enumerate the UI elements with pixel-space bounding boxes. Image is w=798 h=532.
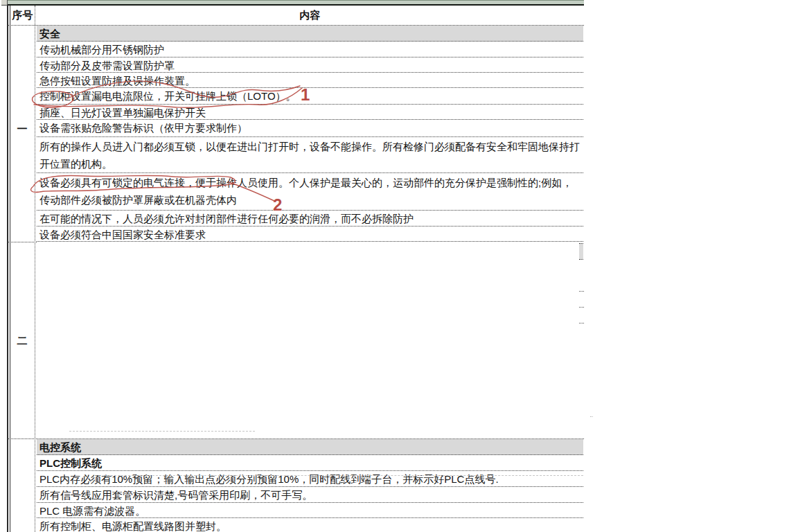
table-row[interactable]: 所有控制柜、电源柜配置线路图并塑封。 <box>37 518 583 532</box>
border-fragment <box>579 291 584 292</box>
table-row[interactable]: 传动机械部分用不锈钢防护 <box>37 42 583 57</box>
spreadsheet-view: 序号 内容 安全 传动机械部分用不锈钢防护 传动部分及皮带需设置防护罩 急停按钮… <box>0 0 798 532</box>
section-divider-left <box>7 242 37 242</box>
faint-grid-line <box>69 431 255 432</box>
column-separator <box>35 6 35 532</box>
table-row[interactable]: 传动部分及皮带需设置防护罩 <box>37 57 583 73</box>
table-left-border-outer <box>7 6 8 532</box>
table-row[interactable]: 控制柜设置漏电电流限位，开关可挂牌上锁（LOTO）。 <box>37 88 583 105</box>
group-row-safety[interactable]: 安全 <box>37 26 583 42</box>
table-row[interactable]: 设备必须具有可锁定的电气连接，便于操作人员使用。个人保护是最关心的，运动部件的充… <box>37 173 583 211</box>
table-row[interactable]: 插座、日光灯设置单独漏电保护开关 <box>37 105 583 120</box>
section-number-2[interactable]: 二 <box>10 335 34 348</box>
border-fragment <box>579 323 584 323</box>
border-fragment <box>579 307 584 308</box>
table-row[interactable]: 所有的操作人员进入门都必须互锁，以便在进出门打开时，设备不能操作。所有检修门必须… <box>37 137 583 173</box>
annotation-number-1[interactable]: 1 <box>301 87 310 103</box>
faint-grid-line <box>104 475 583 476</box>
table-row[interactable]: 急停按钮设置防撞及误操作装置。 <box>37 73 583 88</box>
table-row[interactable]: 在可能的情况下，人员必须允许对封闭部件进行任何必要的润滑，而不必拆除防护 <box>37 211 583 227</box>
table-row[interactable]: 所有信号线应用套管标识清楚,号码管采用印刷，不可手写。 <box>37 487 583 503</box>
table-row[interactable]: PLC 电源需有滤波器。 <box>37 503 583 518</box>
frozen-pane-divider <box>8 4 584 6</box>
table-row[interactable]: 设备必须符合中国国家安全标准要求 <box>37 227 583 242</box>
annotation-number-2[interactable]: 2 <box>273 197 282 213</box>
table-row[interactable]: 设备需张贴危险警告标识（依甲方要求制作） <box>37 120 583 137</box>
grid-corner-box <box>1 0 8 6</box>
row-edge-nub <box>579 243 583 260</box>
section-number-1[interactable]: 一 <box>10 123 34 136</box>
group-row-electrical[interactable]: 电控系统 <box>37 439 583 455</box>
header-cell-content[interactable]: 内容 <box>37 9 583 22</box>
table-row[interactable]: PLC内存必须有10%预留；输入输出点必须分别预留10%，同时配线到端子台，并标… <box>37 471 583 487</box>
table-left-border-inner <box>10 6 11 532</box>
subgroup-row-plc[interactable]: PLC控制系统 <box>37 455 583 471</box>
header-cell-seq[interactable]: 序号 <box>10 9 35 22</box>
border-fragment <box>590 416 593 417</box>
